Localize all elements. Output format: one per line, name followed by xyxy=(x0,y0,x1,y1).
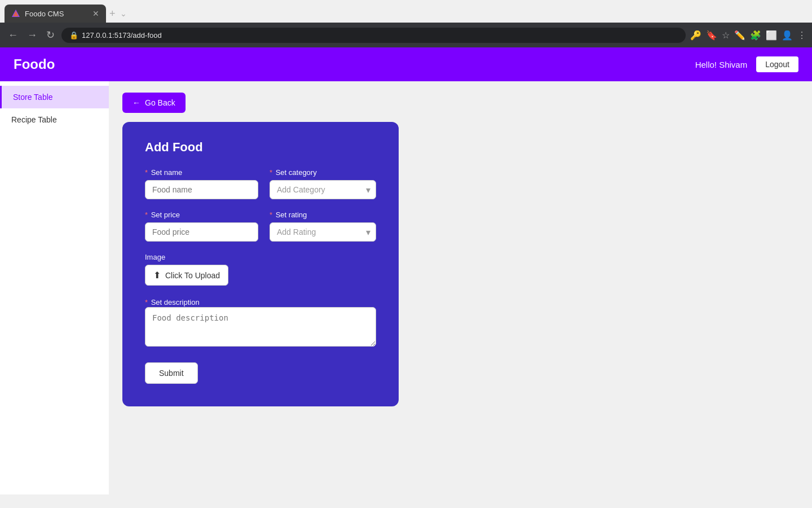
required-star-price: * xyxy=(145,211,148,219)
upload-button[interactable]: ⬆ Click To Upload xyxy=(145,265,228,286)
tab-close-button[interactable]: ✕ xyxy=(92,9,99,18)
toolbar-icons: 🔑 🔖 ☆ ✏️ 🧩 ⬜ 👤 ⋮ xyxy=(690,30,806,41)
upload-label: Click To Upload xyxy=(165,271,220,280)
browser-chrome: Foodo CMS ✕ + ⌄ ← → ↻ 🔒 127.0.0.1:5173/a… xyxy=(0,0,812,47)
key-icon[interactable]: 🔑 xyxy=(690,30,701,41)
tab-bar: Foodo CMS ✕ + ⌄ xyxy=(0,0,812,23)
upload-icon: ⬆ xyxy=(153,270,161,281)
puzzle-icon[interactable]: 🧩 xyxy=(750,30,761,41)
toolbar: ← → ↻ 🔒 127.0.0.1:5173/add-food 🔑 🔖 ☆ ✏️… xyxy=(0,23,812,47)
food-price-input[interactable] xyxy=(145,222,258,242)
category-select[interactable]: Add Category Snacks Main Course Desserts… xyxy=(270,180,376,199)
logout-button[interactable]: Logout xyxy=(756,56,798,72)
required-star-category: * xyxy=(270,168,272,177)
form-group-name: * Set name xyxy=(145,168,258,199)
set-description-label: * Set description xyxy=(145,298,200,306)
required-star-desc: * xyxy=(145,298,148,306)
set-rating-label: * Set rating xyxy=(270,211,376,219)
pen-icon[interactable]: ✏️ xyxy=(734,30,745,41)
category-select-wrapper: Add Category Snacks Main Course Desserts… xyxy=(270,180,376,199)
save-icon[interactable]: 🔖 xyxy=(706,30,717,41)
food-description-textarea[interactable] xyxy=(145,307,376,347)
sidebar-item-recipe-label: Recipe Table xyxy=(11,115,57,124)
form-title: Add Food xyxy=(145,140,376,155)
tab-dropdown-button[interactable]: ⌄ xyxy=(120,9,127,18)
form-group-price: * Set price xyxy=(145,211,258,242)
sidebar-item-recipe-table[interactable]: Recipe Table xyxy=(0,108,109,131)
description-section: * Set description xyxy=(145,297,376,349)
star-icon[interactable]: ☆ xyxy=(722,30,730,41)
form-row-name-category: * Set name * Set category Add Category S… xyxy=(145,168,376,199)
set-category-label: * Set category xyxy=(270,168,376,177)
app-header: Foodo Hello! Shivam Logout xyxy=(0,47,812,81)
image-section: Image ⬆ Click To Upload xyxy=(145,253,376,286)
form-row-price-rating: * Set price * Set rating Add Rating 1 xyxy=(145,211,376,242)
window-icon[interactable]: ⬜ xyxy=(766,30,777,41)
active-tab[interactable]: Foodo CMS ✕ xyxy=(5,5,106,23)
forward-button[interactable]: → xyxy=(25,28,39,42)
header-right: Hello! Shivam Logout xyxy=(695,56,798,72)
form-group-category: * Set category Add Category Snacks Main … xyxy=(270,168,376,199)
image-label: Image xyxy=(145,253,376,261)
back-arrow-icon: ← xyxy=(133,98,140,107)
back-button[interactable]: ← xyxy=(6,28,20,42)
go-back-label: Go Back xyxy=(145,98,175,107)
menu-icon[interactable]: ⋮ xyxy=(797,30,806,41)
reload-button[interactable]: ↻ xyxy=(44,28,57,42)
sidebar: Store Table Recipe Table xyxy=(0,81,109,494)
profile-icon[interactable]: 👤 xyxy=(782,30,793,41)
form-group-rating: * Set rating Add Rating 1 2 3 4 5 xyxy=(270,211,376,242)
new-tab-button[interactable]: + xyxy=(109,8,116,20)
set-price-label: * Set price xyxy=(145,211,258,219)
tab-title: Foodo CMS xyxy=(25,10,64,18)
sidebar-item-store-table[interactable]: Store Table xyxy=(0,86,109,108)
sidebar-item-store-label: Store Table xyxy=(13,93,53,102)
required-star-rating: * xyxy=(270,211,272,219)
greeting-text: Hello! Shivam xyxy=(695,60,748,69)
rating-select-wrapper: Add Rating 1 2 3 4 5 xyxy=(270,222,376,242)
main-content: ← Go Back Add Food * Set name * Set ca xyxy=(109,81,812,494)
required-star-name: * xyxy=(145,168,148,177)
add-food-form-card: Add Food * Set name * Set category xyxy=(122,122,399,406)
url-text: 127.0.0.1:5173/add-food xyxy=(82,31,162,40)
go-back-button[interactable]: ← Go Back xyxy=(122,93,186,113)
lock-icon: 🔒 xyxy=(69,31,78,40)
tab-favicon xyxy=(11,9,20,18)
app-body: Store Table Recipe Table ← Go Back Add F… xyxy=(0,81,812,494)
rating-select[interactable]: Add Rating 1 2 3 4 5 xyxy=(270,222,376,242)
food-name-input[interactable] xyxy=(145,180,258,199)
address-bar[interactable]: 🔒 127.0.0.1:5173/add-food xyxy=(61,28,686,43)
submit-button[interactable]: Submit xyxy=(145,362,198,384)
set-name-label: * Set name xyxy=(145,168,258,177)
app-logo: Foodo xyxy=(14,56,55,72)
